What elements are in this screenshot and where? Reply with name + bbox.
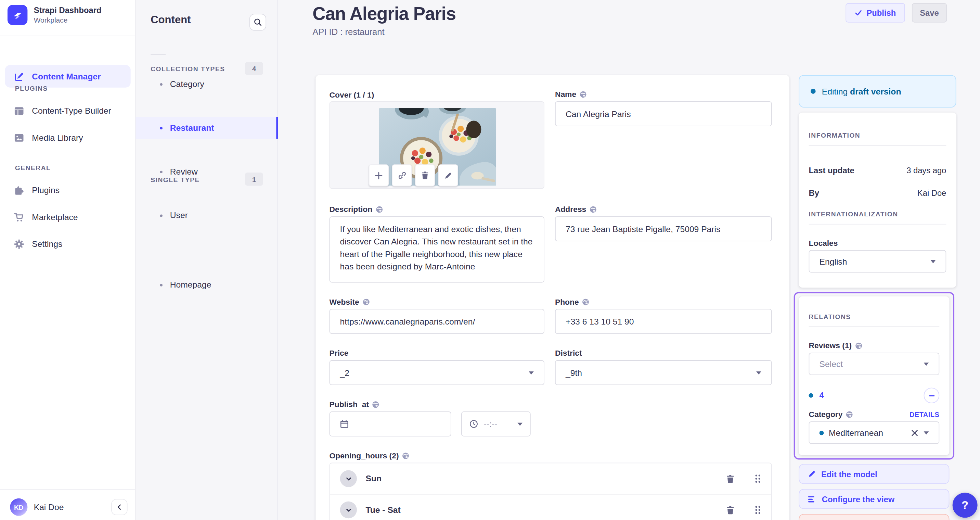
strapi-dashboard: Strapi Dashboard Workplace Content Manag… — [0, 0, 980, 520]
main-sidebar: Strapi Dashboard Workplace Content Manag… — [0, 0, 135, 520]
globe-icon — [846, 411, 853, 418]
relations-card: RELATIONS Reviews (1) Select 4 Category — [799, 297, 949, 455]
chevron-left-icon — [116, 504, 123, 510]
phone-input[interactable]: +33 6 13 10 51 90 — [555, 309, 772, 334]
opening-hours-row-tue-sat[interactable]: Tue - Sat — [330, 494, 771, 520]
search-button[interactable] — [250, 14, 266, 30]
edit-form-card: Cover (1 / 1) — [315, 75, 789, 520]
sidebar-item-media-library[interactable]: Media Library — [5, 126, 131, 149]
cover-field[interactable] — [329, 101, 544, 189]
calendar-icon — [340, 420, 349, 429]
price-value: _2 — [340, 368, 349, 377]
pencil-icon — [444, 172, 452, 179]
relation-item-label[interactable]: 4 — [819, 391, 824, 400]
edit-model-button[interactable]: Edit the model — [799, 464, 949, 484]
copy-link-button[interactable] — [392, 164, 412, 186]
check-icon — [855, 9, 862, 16]
add-asset-button[interactable] — [369, 164, 389, 186]
reviews-select[interactable]: Select — [808, 353, 939, 375]
globe-icon — [363, 298, 370, 306]
collapse-sidebar-button[interactable] — [111, 499, 127, 515]
clear-icon[interactable] — [911, 429, 918, 436]
website-field-label: Website — [329, 297, 370, 306]
publish-at-date-input[interactable] — [329, 412, 451, 437]
content-subnav: Content COLLECTION TYPES 4 Category Rest… — [135, 0, 278, 520]
sidebar-item-label: Content Manager — [32, 72, 100, 81]
drag-handle-icon[interactable] — [754, 474, 761, 483]
user-menu[interactable]: KD Kai Doe — [10, 498, 64, 516]
district-select[interactable]: _9th — [555, 360, 772, 385]
relations-heading: RELATIONS — [808, 313, 851, 320]
address-input[interactable]: 73 rue Jean Baptiste Pigalle, 75009 Pari… — [555, 216, 772, 241]
chevron-down-icon — [931, 260, 936, 263]
drag-handle-icon[interactable] — [754, 505, 761, 515]
name-value: Can Alegria Paris — [566, 109, 631, 118]
sidebar-item-marketplace[interactable]: Marketplace — [5, 206, 131, 228]
configure-view-button[interactable]: Configure the view — [799, 489, 949, 509]
nav-section-general: GENERAL — [15, 164, 51, 172]
help-button[interactable]: ? — [953, 493, 978, 518]
publish-button[interactable]: Publish — [846, 3, 905, 22]
locale-select[interactable]: English — [808, 250, 946, 273]
sidebar-item-plugins[interactable]: Plugins — [5, 179, 131, 201]
subnav-title: Content — [151, 14, 191, 26]
edit-asset-button[interactable] — [438, 164, 458, 186]
draft-dot-icon — [811, 89, 816, 94]
expand-row-button[interactable] — [340, 471, 357, 487]
globe-icon — [582, 298, 590, 306]
subnav-item-restaurant[interactable]: Restaurant — [135, 117, 278, 139]
details-link[interactable]: DETAILS — [910, 411, 939, 418]
subnav-item-user[interactable]: User — [135, 204, 278, 226]
description-value: If you like Mediterranean and exotic dis… — [340, 225, 533, 271]
avatar: KD — [10, 498, 27, 516]
bullet-icon — [160, 127, 162, 129]
time-placeholder: --:-- — [484, 420, 498, 429]
opening-hours-accordion: Sun Tue - Sat — [329, 463, 772, 520]
sidebar-item-settings[interactable]: Settings — [5, 233, 131, 255]
remove-relation-button[interactable] — [924, 388, 940, 403]
name-input[interactable]: Can Alegria Paris — [555, 101, 772, 126]
last-update-row: Last update 3 days ago — [808, 166, 946, 175]
globe-icon — [402, 452, 410, 460]
phone-field-label: Phone — [555, 297, 590, 306]
by-row: By Kai Doe — [808, 188, 946, 198]
strapi-logo-icon — [8, 5, 27, 25]
publish-at-time-input[interactable]: --:-- — [461, 412, 531, 437]
locale-value: English — [819, 257, 847, 266]
subnav-item-category[interactable]: Category — [135, 73, 278, 95]
trash-icon[interactable] — [726, 474, 734, 483]
website-input[interactable]: https://www.canalegriaparis.com/en/ — [329, 309, 544, 334]
delete-asset-button[interactable] — [415, 164, 435, 186]
price-field-label: Price — [329, 349, 349, 358]
save-button[interactable]: Save — [912, 3, 947, 22]
price-select[interactable]: _2 — [329, 360, 544, 385]
description-textarea[interactable]: If you like Mediterranean and exotic dis… — [329, 216, 544, 283]
divider — [808, 326, 939, 327]
cover-toolbar — [369, 164, 458, 186]
subnav-item-label: Homepage — [170, 280, 212, 289]
question-mark-icon: ? — [961, 499, 968, 512]
list-icon — [808, 496, 816, 502]
category-field-label: Category — [808, 410, 853, 419]
brand-title: Strapi Dashboard — [34, 5, 102, 15]
brand[interactable]: Strapi Dashboard Workplace — [8, 5, 102, 25]
description-field-label: Description — [329, 205, 383, 214]
subnav-divider — [151, 54, 165, 55]
sidebar-item-content-type-builder[interactable]: Content-Type Builder — [5, 99, 131, 122]
globe-icon — [375, 206, 383, 213]
subnav-item-label: Restaurant — [170, 123, 214, 132]
expand-row-button[interactable] — [340, 501, 357, 518]
bullet-icon — [160, 214, 162, 217]
opening-hours-row-sun[interactable]: Sun — [330, 463, 771, 494]
layout-icon — [14, 105, 24, 116]
category-field-header: Category DETAILS — [808, 410, 939, 419]
content-manager-icon — [14, 71, 24, 81]
subnav-item-homepage[interactable]: Homepage — [135, 274, 278, 296]
bullet-icon — [160, 83, 162, 85]
trash-icon[interactable] — [726, 506, 734, 515]
delete-entry-button-partial[interactable] — [799, 514, 949, 520]
review-relation-item[interactable]: 4 — [808, 388, 939, 403]
category-select[interactable]: Mediterranean — [808, 421, 939, 444]
nav-divider — [0, 36, 135, 36]
single-type-header: SINGLE TYPE 1 — [151, 172, 263, 185]
